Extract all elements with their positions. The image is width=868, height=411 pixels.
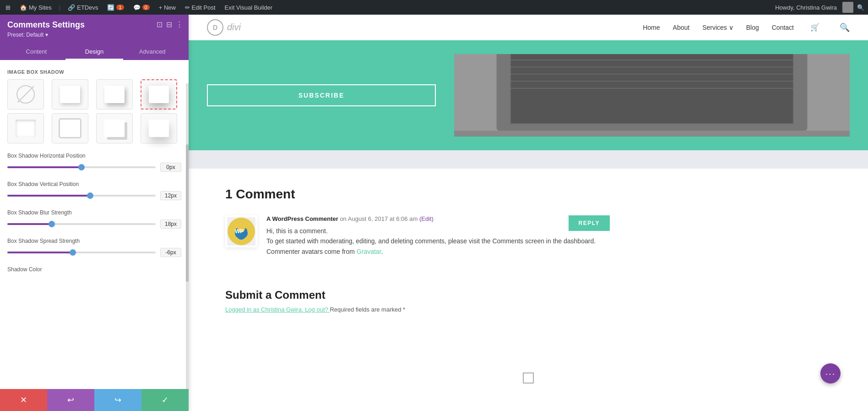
slider-spread-thumb[interactable] [70, 249, 76, 256]
slider-horizontal-value[interactable]: 0px [160, 163, 181, 172]
shadow-option-5[interactable] [52, 113, 88, 143]
checkmark-icon: ✓ [162, 395, 168, 405]
tab-design[interactable]: Design [65, 44, 124, 60]
comments-area: 1 Comment WP [189, 169, 646, 289]
panel-title: Comments Settings [7, 20, 181, 30]
panel-tabs: Content Design Advanced [7, 44, 181, 60]
nav-blog[interactable]: Blog [746, 24, 759, 31]
shadow-option-1[interactable] [52, 79, 88, 110]
etdevs-btn[interactable]: 🔗 ETDevs [66, 4, 100, 11]
expand-icon[interactable]: ⊡ [157, 20, 163, 29]
shadow-color-label: Shadow Color [7, 266, 181, 273]
shadow-option-4[interactable] [7, 113, 44, 143]
search-icon[interactable]: 🔍 [840, 22, 850, 33]
slider-blur-track[interactable] [7, 223, 156, 225]
floating-options-button[interactable]: ··· [820, 363, 841, 384]
slider-spread-controls: -6px [7, 248, 181, 257]
gravatar-link[interactable]: Gravatar [357, 248, 381, 255]
main-layout: Comments Settings Preset: Default ▾ ⊡ ⊟ … [0, 15, 868, 411]
slider-vertical-value[interactable]: 12px [160, 191, 181, 200]
comments-title: 1 Comment [225, 187, 610, 202]
slider-spread-fill [7, 252, 73, 253]
updates-icon: 🔄 [107, 4, 114, 11]
slider-blur-label: Box Shadow Blur Strength [7, 209, 181, 216]
tab-advanced[interactable]: Advanced [123, 44, 181, 60]
shadow-option-3[interactable] [141, 79, 177, 110]
comment-item: WP A WordPress Commenter on August 6, 20… [225, 215, 610, 257]
undo-button[interactable]: ↩ [47, 389, 94, 411]
cancel-icon: ✕ [20, 395, 27, 405]
preview-area: D divi Home About Services ∨ Blog Contac… [189, 15, 868, 411]
new-btn[interactable]: + New [157, 4, 178, 11]
house-icon: 🏠 [20, 4, 27, 11]
redo-icon: ↪ [114, 395, 121, 405]
nav-home[interactable]: Home [643, 24, 660, 31]
my-sites-btn[interactable]: 🏠 My Sites [18, 4, 54, 11]
site-nav-bar: D divi Home About Services ∨ Blog Contac… [189, 15, 868, 40]
image-box-shadow-label: Image Box Shadow [7, 69, 181, 75]
slider-horizontal-controls: 0px [7, 163, 181, 172]
shadow-option-2[interactable] [96, 79, 133, 110]
slider-spread-track[interactable] [7, 252, 156, 253]
slider-vertical-label: Box Shadow Vertical Position [7, 181, 181, 187]
nav-services[interactable]: Services ∨ [702, 24, 733, 31]
panel-header-icons: ⊡ ⊟ ⋮ [157, 20, 183, 29]
slider-blur-thumb[interactable] [49, 221, 55, 227]
comments-btn[interactable]: 💬 0 [131, 4, 152, 11]
panel-header: Comments Settings Preset: Default ▾ ⊡ ⊟ … [0, 15, 189, 60]
slider-horizontal-thumb[interactable] [78, 164, 85, 170]
comment-date: on August 6, 2017 at 6:06 am [340, 215, 418, 222]
slider-spread-value[interactable]: -6px [160, 248, 181, 257]
howdy-text: Howdy, Christina Gwira [773, 4, 839, 11]
columns-icon[interactable]: ⊟ [166, 20, 172, 29]
nav-contact[interactable]: Contact [772, 24, 794, 31]
reply-button[interactable]: REPLY [569, 215, 610, 231]
tab-content[interactable]: Content [7, 44, 65, 60]
nav-about[interactable]: About [673, 24, 690, 31]
left-panel-scrollbar[interactable] [186, 83, 189, 389]
subscribe-button[interactable]: SUBSCRIBE [207, 84, 436, 106]
cart-icon[interactable]: 🛒 [810, 23, 819, 32]
left-panel-scroll-thumb[interactable] [186, 144, 189, 282]
slider-vertical-fill [7, 195, 90, 197]
section-checkbox[interactable] [523, 373, 534, 384]
comment-text: Hi, this is a comment. To get started wi… [266, 226, 610, 257]
svg-text:WP: WP [235, 228, 244, 235]
avatar-image: WP [228, 218, 255, 245]
user-avatar[interactable] [842, 2, 853, 13]
slider-horizontal-row: Box Shadow Horizontal Position 0px [7, 153, 181, 172]
slider-vertical-track[interactable] [7, 195, 156, 197]
updates-btn[interactable]: 🔄 1 [105, 4, 125, 11]
et-icon: 🔗 [68, 4, 75, 11]
admin-bar: ⊞ 🏠 My Sites | 🔗 ETDevs 🔄 1 💬 0 + New ✏ … [0, 0, 868, 15]
left-panel: Comments Settings Preset: Default ▾ ⊡ ⊟ … [0, 15, 189, 411]
preset-selector[interactable]: Preset: Default ▾ [7, 32, 181, 43]
more-icon[interactable]: ⋮ [176, 20, 183, 29]
logged-in-text: Logged in as Christina Gwira. Log out? R… [225, 306, 831, 313]
subscribe-section: SUBSCRIBE [189, 40, 868, 150]
shadow-option-none[interactable] [7, 79, 44, 110]
divi-logo: D divi [207, 19, 241, 36]
save-button[interactable]: ✓ [141, 389, 189, 411]
wordpress-logo-btn[interactable]: ⊞ [4, 4, 12, 11]
shadow-option-7[interactable] [141, 113, 177, 143]
exit-builder-btn[interactable]: Exit Visual Builder [223, 4, 275, 11]
slider-blur-value[interactable]: 18px [160, 219, 181, 229]
panel-body: Image Box Shadow [0, 60, 189, 389]
site-navigation: Home About Services ∨ Blog Contact 🛒 🔍 [643, 22, 850, 33]
shadow-preview-5 [60, 120, 80, 137]
edit-post-btn[interactable]: ✏ Edit Post [183, 4, 217, 11]
comment-meta: A WordPress Commenter on August 6, 2017 … [266, 215, 610, 222]
shadow-preview-6 [104, 120, 125, 137]
laptop-image [454, 54, 850, 137]
search-icon[interactable]: 🔍 [857, 4, 864, 11]
comment-edit-link[interactable]: (Edit) [419, 215, 434, 222]
logged-in-link[interactable]: Logged in as Christina Gwira. Log out? [225, 306, 330, 313]
slider-horizontal-track[interactable] [7, 166, 156, 168]
cancel-button[interactable]: ✕ [0, 389, 47, 411]
redo-button[interactable]: ↪ [94, 389, 141, 411]
shadow-preview-4 [16, 120, 36, 137]
slider-vertical-row: Box Shadow Vertical Position 12px [7, 181, 181, 200]
shadow-option-6[interactable] [96, 113, 133, 143]
slider-vertical-thumb[interactable] [87, 192, 93, 199]
